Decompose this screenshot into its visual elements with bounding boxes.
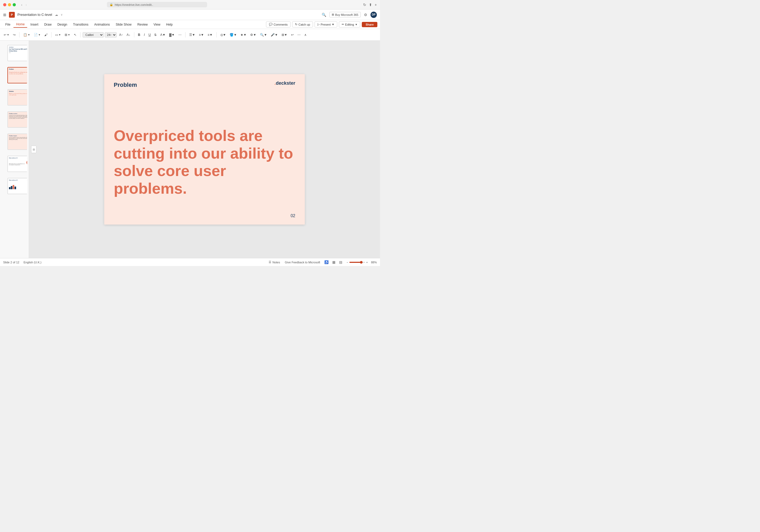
menu-draw[interactable]: Draw <box>41 22 54 27</box>
list-group: ☰▼ ≡▼ ≡▼ <box>188 32 214 38</box>
slide-1-logo: .deckster <box>9 46 27 48</box>
smart-art-button[interactable]: ◎▼ <box>219 32 228 38</box>
slide-panel: 1 .deckster Cut Tool Costs by 95% and Fu… <box>0 41 29 258</box>
maximize-button[interactable] <box>13 3 16 6</box>
cloud-icon[interactable]: ☁ <box>55 13 58 17</box>
menu-design[interactable]: Design <box>55 22 70 27</box>
shapes-button[interactable]: ▭▼ <box>54 32 63 38</box>
underline-button[interactable]: U <box>147 32 153 38</box>
minimize-button[interactable] <box>8 3 11 6</box>
main-slide[interactable]: Problem .deckster Overpriced tools are c… <box>104 74 305 224</box>
menu-insert[interactable]: Insert <box>28 22 41 27</box>
expand-toolbar-btn[interactable]: ∧ <box>303 32 308 38</box>
effects-button[interactable]: ★▼ <box>239 32 248 38</box>
menu-help[interactable]: Help <box>164 22 175 27</box>
slide-thumb-6[interactable]: 6 Data evidence #1 .deckster With Postho… <box>7 156 27 172</box>
collapse-panel-button[interactable]: ⊟ <box>31 146 36 153</box>
align-button[interactable]: ≡▼ <box>206 32 214 38</box>
increase-font-btn[interactable]: A↑ <box>118 32 124 38</box>
slide-body-text: Overpriced tools are cutting into our ab… <box>114 127 295 197</box>
normal-view-button[interactable]: ▦ <box>331 260 336 265</box>
bullet-list-button[interactable]: ☰▼ <box>188 32 197 38</box>
undo2-btn[interactable]: ↩ <box>290 32 295 38</box>
grid-icon[interactable]: ⊞ <box>3 13 6 17</box>
buy-ms-button[interactable]: ⊞ Buy Microsoft 365 <box>329 12 361 18</box>
zoom-slider[interactable] <box>350 262 365 263</box>
slide-thumb-inner-3: Solution .deckster Migrate to a self-hos… <box>7 89 27 106</box>
zoom-btn[interactable]: 🔍▼ <box>258 32 269 38</box>
paste-button[interactable]: 📄▼ <box>32 32 42 38</box>
arrange-button[interactable]: ⊞▼ <box>63 32 72 38</box>
designer-button[interactable]: ⊞▼ <box>280 32 289 38</box>
select-button[interactable]: ↖ <box>72 32 78 38</box>
slide-3-wrapper: 3 Solution .deckster Migrate to a self-h… <box>2 87 27 108</box>
undo-button[interactable]: ↩▼ <box>2 32 11 38</box>
toolbar: ↩▼ ↪ 📋▼ 📄▼ 🖌 ▭▼ ⊞▼ ↖ Calibri 24+ A↑ A↓ B… <box>0 29 380 41</box>
zoom-slider-thumb[interactable] <box>360 261 362 264</box>
slideshow-view-button[interactable]: ▤ <box>338 260 343 265</box>
slide-thumb-1[interactable]: 1 .deckster Cut Tool Costs by 95% and Fu… <box>7 45 27 61</box>
accessibility-icon[interactable]: ♿ <box>323 260 330 265</box>
font-size-selector[interactable]: 24+ <box>105 32 117 37</box>
slide-5-num: › <box>9 147 27 148</box>
reload-icon[interactable]: ↻ <box>363 3 366 7</box>
menu-file[interactable]: File <box>3 22 13 27</box>
notes-button[interactable]: ☰ Notes <box>267 260 282 265</box>
close-button[interactable] <box>3 3 6 6</box>
slide-2-num: 02 <box>9 80 27 82</box>
catch-up-button[interactable]: ↻ Catch up <box>292 22 313 27</box>
title-chevron[interactable]: ∨ <box>61 13 63 16</box>
share-button[interactable]: Share <box>362 22 377 27</box>
italic-button[interactable]: I <box>142 32 146 38</box>
slide-thumb-7[interactable]: 7 Data evidence #2 .deckster <box>7 178 27 194</box>
format-painter[interactable]: 🖌 <box>43 32 49 38</box>
number-list-button[interactable]: ≡▼ <box>197 32 206 38</box>
back-button[interactable]: ‹ <box>20 2 24 7</box>
menu-transitions[interactable]: Transitions <box>71 22 91 27</box>
highlight-button[interactable]: ▓▼ <box>167 32 176 38</box>
font-selector[interactable]: Calibri <box>83 32 104 37</box>
slide-4-logo: .deckster <box>27 113 27 114</box>
menu-review[interactable]: Review <box>135 22 150 27</box>
menu-animations[interactable]: Animations <box>92 22 113 27</box>
menu-slideshow[interactable]: Slide Show <box>113 22 134 27</box>
slide-thumb-5[interactable]: 5 Problem impact .deckster If this tool … <box>7 133 27 150</box>
slide-thumb-3[interactable]: 3 Solution .deckster Migrate to a self-h… <box>7 89 27 106</box>
feedback-link[interactable]: Give Feedback to Microsoft <box>285 261 320 264</box>
strikethrough-button[interactable]: S̶ <box>153 32 158 38</box>
present-button[interactable]: ▷ Present ▼ <box>314 22 337 27</box>
slide-6-logo: .deckster <box>27 157 27 159</box>
font-color-button[interactable]: A▼ <box>159 32 167 38</box>
bold-button[interactable]: B <box>136 32 142 38</box>
notes-label: Notes <box>272 261 280 264</box>
editing-button[interactable]: ✏ Editing ▼ <box>339 22 360 27</box>
slide-thumb-inner-7: Data evidence #2 .deckster › <box>7 178 27 194</box>
zoom-out-icon[interactable]: − <box>347 261 348 264</box>
menu-home[interactable]: Home <box>14 22 27 28</box>
avatar[interactable]: DP <box>370 12 377 18</box>
replace-button[interactable]: ⚙▼ <box>249 32 258 38</box>
zoom-in-icon[interactable]: + <box>366 261 368 264</box>
decrease-font-btn[interactable]: A↓ <box>125 32 132 38</box>
tools-group: ◎▼ 🪣▼ ★▼ ⚙▼ 🔍▼ 🎤▼ ⊞▼ ↩ ⋯ ∧ <box>219 32 308 38</box>
forward-button[interactable]: › <box>24 2 28 7</box>
more-tools-btn[interactable]: ⋯ <box>296 32 302 38</box>
search-icon[interactable]: 🔍 <box>322 13 326 17</box>
present-icon: ▷ <box>317 23 319 26</box>
mic-button[interactable]: 🎤▼ <box>269 32 279 38</box>
redo-button[interactable]: ↪ <box>11 32 17 38</box>
fill-button[interactable]: 🪣▼ <box>228 32 238 38</box>
share-icon[interactable]: ⬆ <box>369 3 372 7</box>
slide-thumb-inner-2: Problem .deckster Overpriced tools are c… <box>7 67 27 83</box>
slide-6-body: With Posthog drives user dissatisfaction… <box>9 163 25 166</box>
clipboard-button[interactable]: 📋▼ <box>22 32 32 38</box>
new-tab-icon[interactable]: + <box>375 3 377 7</box>
address-bar[interactable]: 🔒 https://onedrive.live.com/edit.. <box>107 2 207 7</box>
slide-bg-4: Problem context .deckster Overpriced too… <box>8 112 27 127</box>
slide-thumb-2[interactable]: 2 Problem .deckster Overpriced tools are… <box>7 67 27 83</box>
more-format-button[interactable]: ⋯ <box>177 32 183 38</box>
comments-button[interactable]: 💬 Comments <box>266 22 291 27</box>
menu-view[interactable]: View <box>151 22 163 27</box>
settings-icon[interactable]: ⚙ <box>364 13 367 17</box>
slide-thumb-4[interactable]: 4 Problem context .deckster Overpriced t… <box>7 111 27 128</box>
